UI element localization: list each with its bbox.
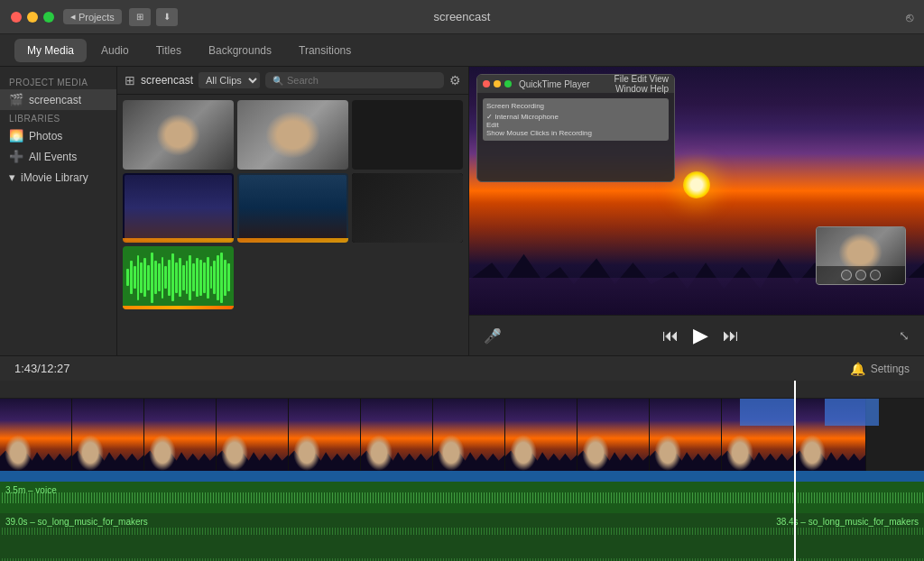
chevron-left-icon: ◂ — [70, 11, 76, 23]
audio-music-label-right: 38.4s – so_long_music_for_makers — [776, 517, 919, 527]
grid-view-button[interactable]: ⊞ — [129, 8, 151, 26]
video-thumb-0 — [0, 399, 72, 471]
pip-window[interactable] — [816, 226, 906, 285]
video-thumb-2 — [144, 399, 217, 471]
film-icon: 🎬 — [9, 93, 23, 106]
timecode-total: 12:27 — [41, 362, 70, 375]
play-button[interactable]: ▶ — [693, 324, 708, 347]
media-clip-person2[interactable] — [237, 100, 348, 170]
window-controls — [11, 12, 54, 23]
media-clip-screen2[interactable] — [237, 173, 348, 243]
audio-orange-indicator — [123, 306, 234, 309]
close-button[interactable] — [11, 12, 22, 23]
search-box: 🔍 — [265, 72, 444, 88]
timecode-current: 1:43 — [14, 362, 37, 375]
bell-icon: 🔔 — [850, 362, 865, 376]
timecode-right: 🔔 Settings — [850, 362, 910, 376]
audio-track-voice: 3.5m – voice — [0, 482, 924, 513]
tab-titles[interactable]: Titles — [143, 39, 194, 62]
all-clips-select[interactable]: All Clips — [199, 72, 260, 88]
settings-button-label: Settings — [871, 363, 910, 375]
video-thumb-5 — [361, 399, 433, 471]
sidebar-imovie-label: iMovie Library — [21, 171, 88, 184]
libraries-label: LIBRARIES — [0, 110, 116, 125]
audio-voice-label: 3.5m – voice — [5, 485, 57, 495]
import-settings-icon[interactable]: ⚙ — [449, 73, 461, 87]
media-clip-screen1[interactable] — [123, 173, 234, 243]
playhead[interactable] — [794, 381, 796, 561]
view-controls: ⊞ ⬇ — [129, 8, 178, 26]
audio-waveform-voice — [0, 482, 924, 513]
sidebar-item-imovie-library[interactable]: ▾ iMovie Library — [0, 167, 116, 188]
photos-icon: 🌅 — [9, 129, 23, 143]
video-thumb-6 — [433, 399, 505, 471]
video-thumb-7 — [505, 399, 578, 471]
import-button[interactable]: ⬇ — [156, 8, 178, 26]
back-button[interactable]: ◂ Projects — [63, 9, 122, 24]
timeline-ruler — [0, 381, 924, 399]
qt-option2: Edit — [486, 121, 665, 129]
search-input[interactable] — [287, 75, 437, 86]
timecode-display: 1:43 / 12:27 — [14, 362, 69, 375]
timeline-area: 3.5m – voice 39.0s – so_long_music_for_m… — [0, 381, 924, 561]
connector-track — [0, 471, 924, 482]
project-name: screencast — [29, 94, 81, 106]
fullscreen-icon[interactable]: ⤡ — [899, 328, 910, 343]
microphone-icon[interactable]: 🎤 — [484, 327, 502, 345]
media-clip-empty1[interactable] — [352, 100, 463, 170]
preview-area: QuickTime Player File Edit View Window H… — [469, 67, 924, 355]
pip-controls — [817, 266, 905, 284]
sidebar-photos-label: Photos — [29, 130, 62, 143]
share-icon[interactable]: ⎋ — [906, 10, 913, 24]
qt-microphone: ✓ Internal Microphone — [486, 113, 665, 121]
audio-waveform-3 — [0, 549, 924, 561]
timeline-tracks: 3.5m – voice 39.0s – so_long_music_for_m… — [0, 399, 924, 561]
qt-maximize — [504, 80, 512, 87]
preview-sun — [683, 171, 710, 198]
clip-marker-2 — [825, 399, 879, 426]
maximize-button[interactable] — [43, 12, 54, 23]
qt-content: Screen Recording ✓ Internal Microphone E… — [477, 93, 674, 146]
content-area: PROJECT MEDIA 🎬 screencast LIBRARIES 🌅 P… — [0, 67, 924, 355]
audio-track-music: 39.0s – so_long_music_for_makers 38.4s –… — [0, 513, 924, 549]
settings-button[interactable]: Settings — [871, 363, 910, 375]
clip-marker-1 — [740, 399, 794, 426]
video-thumb-4 — [289, 399, 361, 471]
media-panel-header: ⊞ screencast All Clips 🔍 ⚙ — [117, 67, 468, 95]
media-clip-person1[interactable] — [123, 100, 234, 170]
back-button-label: Projects — [79, 12, 115, 23]
sidebar-project-screencast[interactable]: 🎬 screencast — [0, 89, 116, 110]
media-clip-audio[interactable] — [123, 246, 234, 309]
tab-bar: My Media Audio Titles Backgrounds Transi… — [0, 34, 924, 67]
media-panel: ⊞ screencast All Clips 🔍 ⚙ — [117, 67, 469, 355]
title-right-controls: ⎋ — [906, 10, 913, 24]
quicktime-overlay: QuickTime Player File Edit View Window H… — [476, 74, 675, 182]
audio-track-3 — [0, 549, 924, 561]
skip-back-button[interactable]: ⏮ — [662, 326, 679, 345]
tab-my-media[interactable]: My Media — [14, 39, 87, 62]
preview-video: QuickTime Player File Edit View Window H… — [469, 67, 924, 315]
sidebar-item-photos[interactable]: 🌅 Photos — [0, 125, 116, 146]
pip-control-3 — [870, 270, 881, 280]
video-thumb-9 — [650, 399, 722, 471]
minimize-button[interactable] — [27, 12, 38, 23]
qt-title: QuickTime Player — [519, 79, 590, 89]
add-icon: ➕ — [9, 150, 23, 163]
video-thumb-8 — [578, 399, 650, 471]
preview-controls: 🎤 ⏮ ▶ ⏭ ⤡ — [469, 315, 924, 355]
skip-forward-button[interactable]: ⏭ — [723, 326, 739, 345]
sidebar-item-all-events[interactable]: ➕ All Events — [0, 146, 116, 167]
grid-toggle-button[interactable]: ⊞ — [125, 73, 135, 87]
tab-backgrounds[interactable]: Backgrounds — [196, 39, 284, 62]
qt-menu: File Edit View Window Help — [594, 74, 669, 94]
qt-options: ✓ Internal Microphone Edit Show Mouse Cl… — [486, 113, 665, 137]
transport-controls: ⏮ ▶ ⏭ — [662, 324, 739, 347]
pip-control-2 — [855, 270, 866, 280]
video-thumb-3 — [217, 399, 289, 471]
video-track — [0, 399, 924, 471]
tab-transitions[interactable]: Transitions — [286, 39, 364, 62]
tab-audio[interactable]: Audio — [88, 39, 142, 62]
qt-recording-panel: Screen Recording ✓ Internal Microphone E… — [483, 98, 669, 141]
qt-draw: Show Mouse Clicks in Recording — [486, 129, 665, 137]
media-clip-dark[interactable] — [352, 173, 463, 243]
